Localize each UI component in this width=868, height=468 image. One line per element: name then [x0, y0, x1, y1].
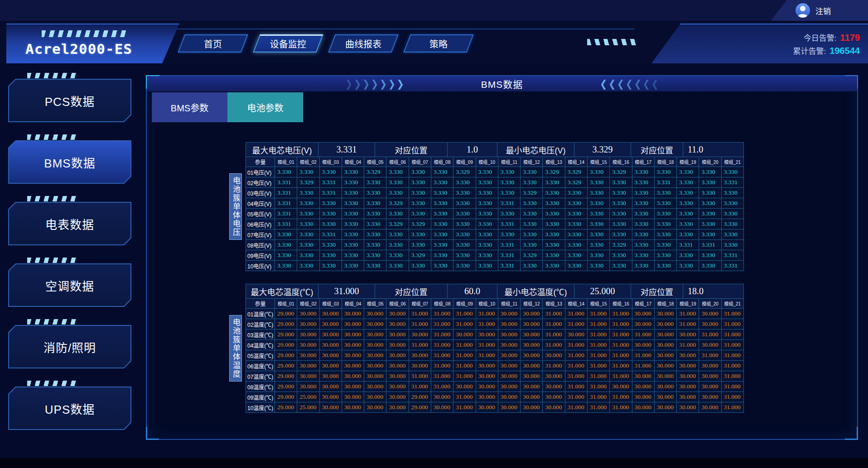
- value-cell: 3.330: [386, 177, 409, 188]
- value-cell: 3.330: [297, 240, 319, 250]
- value-cell: 3.330: [588, 177, 610, 188]
- value-cell: 30.000: [498, 402, 521, 413]
- nav-tab-curve-report[interactable]: 曲线报表: [328, 34, 398, 53]
- value-cell: 30.000: [521, 350, 543, 361]
- temperature-group-label: 电池簇单体温度: [229, 315, 242, 382]
- sidebar-item-ups-data[interactable]: UPS数据: [8, 387, 131, 430]
- value-cell: 30.000: [655, 330, 677, 340]
- tab-bms-params[interactable]: BMS参数: [152, 92, 227, 122]
- nav-tab-label: 首页: [182, 35, 244, 52]
- value-cell: 3.331: [722, 250, 744, 261]
- value-cell: 30.000: [521, 371, 543, 382]
- value-cell: 30.000: [677, 392, 699, 402]
- value-cell: 31.000: [722, 371, 744, 382]
- value-cell: 30.000: [320, 309, 342, 319]
- voltage-group-label: 电池簇单体电压: [229, 173, 242, 240]
- value-cell: 31.000: [632, 330, 655, 340]
- value-cell: 30.000: [386, 340, 409, 350]
- value-cell: 30.000: [320, 392, 342, 402]
- value-cell: 29.000: [409, 402, 431, 413]
- logout-button[interactable]: 注销: [771, 0, 868, 21]
- summary-label: 最小电芯温度(℃): [497, 284, 574, 298]
- value-cell: 30.000: [297, 371, 319, 382]
- voltage-grid: 参量模组_01模组_02模组_03模组_04模组_05模组_06模组_07模组_…: [246, 157, 744, 271]
- temperature-table: 最大电芯温度(℃)31.000对应位置60.0最小电芯温度(℃)25.000对应…: [246, 284, 744, 413]
- sidebar-item-label: PCS数据: [45, 92, 95, 109]
- value-cell: 3.330: [431, 250, 453, 261]
- nav-tab-strategy[interactable]: 策略: [403, 34, 473, 53]
- value-cell: 3.330: [453, 209, 476, 219]
- value-cell: 3.330: [543, 240, 565, 250]
- value-cell: 3.330: [453, 219, 476, 229]
- value-cell: 31.000: [565, 402, 588, 413]
- value-cell: 30.000: [386, 392, 409, 402]
- hazard-stripes-icon: [27, 381, 76, 386]
- header-cell: 模组_10: [476, 157, 498, 167]
- logo-panel: Acrel2000-ES: [6, 24, 179, 63]
- nav-tab-device-monitoring[interactable]: 设备监控: [253, 34, 323, 53]
- value-cell: 31.000: [722, 361, 744, 371]
- value-cell: 31.000: [565, 361, 588, 371]
- value-cell: 3.330: [610, 177, 632, 188]
- value-cell: 3.329: [386, 219, 409, 229]
- tab-battery-params[interactable]: 电池参数: [227, 92, 303, 122]
- voltage-section: 电池簇单体电压 最大电芯电压(V)3.331对应位置1.0最小电芯电压(V)3.…: [229, 142, 744, 271]
- value-cell: 3.330: [364, 261, 386, 271]
- value-cell: 3.330: [632, 188, 655, 198]
- value-cell: 30.000: [386, 382, 409, 392]
- nav-tab-home[interactable]: 首页: [178, 34, 248, 53]
- row-label: 06温度(℃): [246, 361, 275, 371]
- value-cell: 30.000: [364, 350, 386, 361]
- value-cell: 3.330: [342, 229, 364, 240]
- value-cell: 30.000: [498, 361, 521, 371]
- header-cell: 模组_09: [453, 299, 476, 309]
- header-cell: 模组_11: [498, 299, 521, 309]
- value-cell: 30.000: [521, 361, 543, 371]
- header-cell: 模组_15: [588, 157, 610, 167]
- sidebar-item-inner: PCS数据: [9, 80, 130, 121]
- value-cell: 30.000: [364, 319, 386, 330]
- value-cell: 31.000: [431, 382, 453, 392]
- sidebar-item-pcs-data[interactable]: PCS数据: [8, 79, 131, 122]
- header-cell: 模组_19: [677, 299, 699, 309]
- header-cell: 模组_03: [320, 157, 342, 167]
- value-cell: 30.000: [342, 392, 364, 402]
- value-cell: 30.000: [632, 382, 655, 392]
- header-cell: 模组_04: [342, 157, 364, 167]
- value-cell: 3.330: [476, 177, 498, 188]
- sidebar-item-fire-lighting[interactable]: 消防/照明: [8, 325, 131, 368]
- value-cell: 3.330: [699, 261, 721, 271]
- value-cell: 30.000: [297, 309, 319, 319]
- chevrons-right-icon: ❯❯❯❯❯❯❯: [345, 79, 404, 89]
- value-cell: 3.330: [320, 250, 342, 261]
- value-cell: 3.330: [565, 261, 588, 271]
- total-alarm-label: 累计告警:: [793, 45, 826, 56]
- header-cell: 模组_20: [699, 299, 721, 309]
- value-cell: 30.000: [655, 340, 677, 350]
- value-cell: 3.330: [297, 209, 319, 219]
- value-cell: 30.000: [655, 371, 677, 382]
- value-cell: 3.330: [431, 167, 453, 177]
- value-cell: 3.330: [543, 209, 565, 219]
- value-cell: 3.330: [342, 177, 364, 188]
- value-cell: 3.329: [386, 198, 409, 209]
- row-label: 06电压(V): [246, 219, 275, 229]
- value-cell: 3.330: [632, 250, 655, 261]
- value-cell: 30.000: [386, 350, 409, 361]
- summary-value: 11.0: [683, 143, 744, 157]
- value-cell: 3.331: [275, 188, 297, 198]
- value-cell: 30.000: [386, 309, 409, 319]
- value-cell: 3.330: [722, 188, 744, 198]
- sidebar-item-meter-data[interactable]: 电表数据: [8, 202, 131, 245]
- value-cell: 30.000: [364, 340, 386, 350]
- header-cell: 模组_05: [364, 299, 386, 309]
- sidebar-item-bms-data[interactable]: BMS数据: [8, 140, 131, 184]
- chevron-left-icon: ❮: [600, 79, 607, 89]
- header-cell: 模组_08: [431, 157, 453, 167]
- header-cell: 模组_14: [565, 299, 588, 309]
- value-cell: 3.330: [476, 250, 498, 261]
- value-cell: 3.330: [699, 188, 721, 198]
- sidebar-item-aircon-data[interactable]: 空调数据: [8, 263, 131, 307]
- header-cell: 模组_11: [498, 157, 521, 167]
- value-cell: 30.000: [453, 382, 476, 392]
